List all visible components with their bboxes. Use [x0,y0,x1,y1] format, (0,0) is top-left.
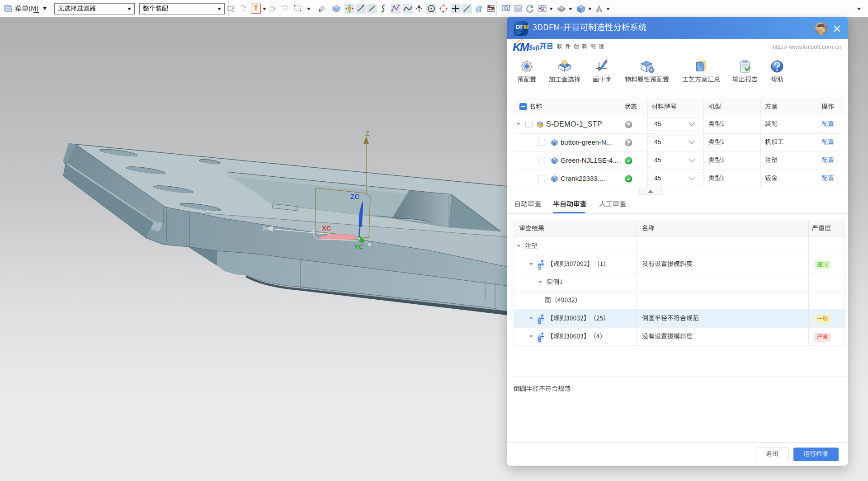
svg-text:?: ? [627,140,630,146]
svg-text:?: ? [627,122,630,127]
